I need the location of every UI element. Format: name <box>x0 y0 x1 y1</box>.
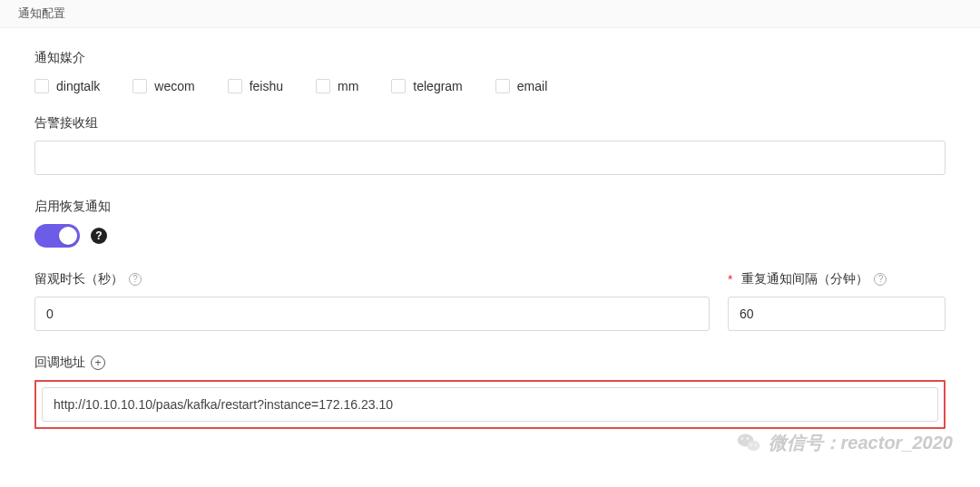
page-header: 通知配置 <box>0 0 980 28</box>
checkbox-label: email <box>517 79 547 93</box>
callback-field: 回调地址 + <box>34 355 946 429</box>
checkbox-label: telegram <box>413 79 462 93</box>
checkbox-email[interactable]: email <box>495 79 547 93</box>
media-label: 通知媒介 <box>34 50 946 66</box>
checkbox-box-icon <box>132 79 147 93</box>
callback-url-input[interactable] <box>42 387 938 422</box>
checkbox-mm[interactable]: mm <box>316 79 358 93</box>
checkbox-box-icon <box>316 79 330 93</box>
repeat-interval-label: 重复通知间隔（分钟） <box>741 271 868 287</box>
receiver-group-input[interactable] <box>34 141 946 175</box>
receiver-group-field: 告警接收组 <box>34 115 946 175</box>
checkbox-box-icon <box>34 79 49 93</box>
required-star-icon: * <box>728 272 732 287</box>
media-checkbox-row: dingtalk wecom feishu mm telegram email <box>34 79 946 93</box>
checkbox-box-icon <box>495 79 510 93</box>
repeat-interval-input[interactable] <box>728 297 946 331</box>
recovery-notify-toggle[interactable] <box>34 224 80 248</box>
receiver-group-label: 告警接收组 <box>34 115 946 131</box>
checkbox-dingtalk[interactable]: dingtalk <box>34 79 100 93</box>
observe-duration-input[interactable] <box>34 297 710 331</box>
help-icon[interactable]: ? <box>874 273 887 286</box>
checkbox-feishu[interactable]: feishu <box>228 79 283 93</box>
observe-duration-field: 留观时长（秒） ? <box>34 271 710 331</box>
checkbox-label: wecom <box>154 79 194 93</box>
help-icon[interactable]: ? <box>91 228 107 244</box>
recovery-notify-field: 启用恢复通知 ? <box>34 199 946 248</box>
recovery-notify-label: 启用恢复通知 <box>34 199 946 215</box>
checkbox-wecom[interactable]: wecom <box>132 79 194 93</box>
callback-highlight-box <box>34 380 946 429</box>
checkbox-label: mm <box>338 79 358 93</box>
toggle-knob-icon <box>59 227 77 245</box>
checkbox-box-icon <box>391 79 406 93</box>
checkbox-label: dingtalk <box>56 79 100 93</box>
checkbox-label: feishu <box>250 79 283 93</box>
checkbox-telegram[interactable]: telegram <box>391 79 462 93</box>
repeat-interval-field: * 重复通知间隔（分钟） ? <box>728 271 946 331</box>
add-callback-icon[interactable]: + <box>91 356 105 370</box>
help-icon[interactable]: ? <box>129 273 142 286</box>
observe-duration-label: 留观时长（秒） <box>34 271 123 287</box>
callback-label: 回调地址 <box>34 355 85 371</box>
checkbox-box-icon <box>228 79 242 93</box>
page-title: 通知配置 <box>18 6 65 20</box>
